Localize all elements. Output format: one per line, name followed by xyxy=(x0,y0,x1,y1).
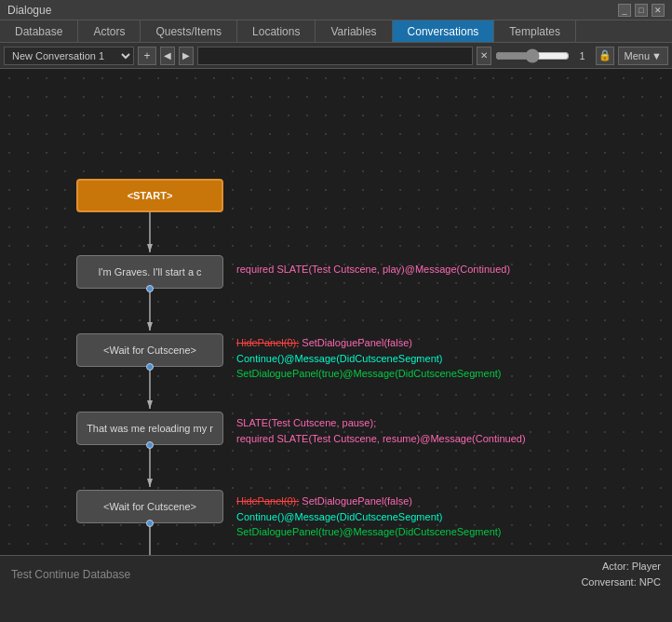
dialog-node-3[interactable]: That was me reloading my r xyxy=(76,412,223,445)
status-database-name: Test Continue Database xyxy=(11,568,130,581)
node-2-output-dot xyxy=(146,363,154,371)
tab-database[interactable]: Database xyxy=(0,20,78,42)
node-3-output-dot xyxy=(146,441,154,449)
menu-button[interactable]: Menu ▼ xyxy=(618,47,668,65)
nav-forward-button[interactable]: ▶ xyxy=(179,47,194,65)
dialog-node-4[interactable]: <Wait for Cutscene> xyxy=(76,490,223,523)
tab-locations[interactable]: Locations xyxy=(237,20,316,42)
dialog-node-1[interactable]: I'm Graves. I'll start a c xyxy=(76,255,223,289)
script-annotation-4: HidePanel(0); SetDialoguePanel(false) Co… xyxy=(236,494,501,540)
zoom-slider[interactable] xyxy=(495,49,570,62)
node-1-output-dot xyxy=(146,285,154,292)
nav-back-button[interactable]: ◀ xyxy=(160,47,175,65)
title-controls: _ □ ✕ xyxy=(618,4,665,17)
canvas-area[interactable]: <START> I'm Graves. I'll start a c <Wait… xyxy=(0,69,672,555)
start-node[interactable]: <START> xyxy=(76,179,223,212)
conversation-select[interactable]: New Conversation 1 xyxy=(4,47,134,65)
node-4-output-dot xyxy=(146,520,154,527)
tab-variables[interactable]: Variables xyxy=(316,20,392,42)
dialog-node-2[interactable]: <Wait for Cutscene> xyxy=(76,333,223,367)
title-bar: Dialogue _ □ ✕ xyxy=(0,0,672,20)
tab-bar: Database Actors Quests/Items Locations V… xyxy=(0,20,672,43)
tab-templates[interactable]: Templates xyxy=(494,20,576,42)
tab-actors[interactable]: Actors xyxy=(78,20,141,42)
script-annotation-3: SLATE(Test Cutscene, pause); required SL… xyxy=(236,415,526,446)
status-bar: Test Continue Database Actor: Player Con… xyxy=(0,555,672,592)
search-input[interactable] xyxy=(197,47,473,65)
toolbar: New Conversation 1 + ◀ ▶ ✕ 1 🔒 Menu ▼ xyxy=(0,43,672,69)
close-button[interactable]: ✕ xyxy=(652,4,665,17)
add-conversation-button[interactable]: + xyxy=(138,47,156,65)
window-title: Dialogue xyxy=(7,4,51,17)
script-annotation-2: HidePanel(0); SetDialoguePanel(false) Co… xyxy=(236,335,501,382)
maximize-button[interactable]: □ xyxy=(635,4,648,17)
connector-arrows xyxy=(0,69,672,555)
lock-button[interactable]: 🔒 xyxy=(596,47,614,65)
search-clear-button[interactable]: ✕ xyxy=(477,47,491,65)
actor-label: Actor: Player xyxy=(581,559,661,575)
conversant-label: Conversant: NPC xyxy=(581,575,661,590)
status-actor-info: Actor: Player Conversant: NPC xyxy=(581,559,661,589)
zoom-value: 1 xyxy=(573,50,592,61)
minimize-button[interactable]: _ xyxy=(618,4,631,17)
tab-conversations[interactable]: Conversations xyxy=(393,20,495,42)
script-annotation-1: required SLATE(Test Cutscene, play)@Mess… xyxy=(236,263,510,277)
tab-quests-items[interactable]: Quests/Items xyxy=(141,20,237,42)
